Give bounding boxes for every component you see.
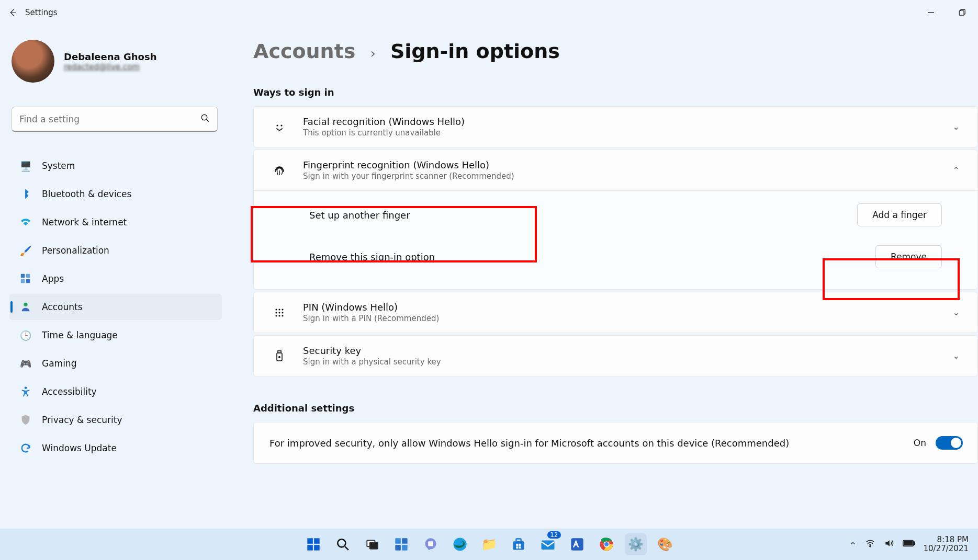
chat-icon [423, 537, 438, 552]
profile-email: redacted@live.com [64, 62, 156, 72]
sidebar-item-privacy[interactable]: Privacy & security [9, 407, 222, 433]
svg-rect-43 [519, 544, 521, 546]
add-finger-button[interactable]: Add a finger [857, 203, 942, 226]
taskbar-explorer[interactable]: 📁 [478, 533, 500, 555]
svg-line-30 [345, 546, 349, 550]
svg-point-11 [276, 124, 278, 126]
window-title: Settings [25, 8, 58, 17]
tray-overflow[interactable] [849, 540, 857, 549]
option-fingerprint-expanded: Set up another finger Add a finger Remov… [253, 191, 978, 290]
sidebar: 🖥️System Bluetooth & devices Network & i… [9, 153, 222, 461]
taskbar: 📁 12 ⚙️ 🎨 8:18 PM 10/27/2021 [0, 529, 978, 560]
option-pin[interactable]: PIN (Windows Hello) Sign in with a PIN (… [253, 292, 978, 333]
setting-hello-only: For improved security, only allow Window… [253, 422, 978, 464]
paintbrush-icon: 🖌️ [20, 245, 31, 256]
profile-block[interactable]: Debaleena Ghosh redacted@live.com [12, 40, 156, 83]
avatar [12, 40, 54, 83]
chevron-up-icon [849, 540, 857, 547]
taskbar-edge[interactable] [449, 533, 471, 555]
option-security-key[interactable]: Security key Sign in with a physical sec… [253, 335, 978, 376]
sidebar-item-label: System [42, 161, 75, 171]
breadcrumb-parent[interactable]: Accounts [253, 40, 355, 63]
battery-icon [903, 539, 915, 547]
chevron-down-icon: ⌄ [953, 351, 963, 361]
fingerprint-icon [272, 164, 287, 177]
breadcrumb: Accounts › Sign-in options [253, 40, 978, 63]
option-fingerprint[interactable]: Fingerprint recognition (Windows Hello) … [253, 150, 978, 191]
tray-volume[interactable] [884, 538, 894, 551]
sidebar-item-personalization[interactable]: 🖌️Personalization [9, 237, 222, 264]
sidebar-item-bluetooth[interactable]: Bluetooth & devices [9, 181, 222, 207]
option-facial[interactable]: Facial recognition (Windows Hello) This … [253, 106, 978, 147]
remove-button[interactable]: Remove [875, 245, 942, 268]
sidebar-item-accessibility[interactable]: Accessibility [9, 379, 222, 405]
mail-icon [540, 536, 556, 552]
sidebar-item-accounts[interactable]: Accounts [9, 294, 222, 320]
sidebar-item-system[interactable]: 🖥️System [9, 153, 222, 179]
taskbar-app-generic[interactable] [566, 533, 588, 555]
svg-rect-40 [513, 541, 524, 550]
toggle-state: On [914, 438, 926, 448]
mail-badge: 12 [547, 531, 560, 539]
sync-icon [20, 442, 31, 454]
taskbar-mail[interactable]: 12 [537, 533, 559, 555]
option-subtitle: Sign in with a physical security key [303, 357, 441, 367]
back-button[interactable] [0, 8, 25, 17]
search-input[interactable] [19, 114, 200, 124]
taskbar-chat[interactable] [420, 533, 442, 555]
minimize-icon [927, 9, 935, 16]
tray-wifi[interactable] [865, 538, 875, 551]
maximize-button[interactable] [947, 0, 978, 25]
tray-clock[interactable]: 8:18 PM 10/27/2021 [924, 535, 969, 554]
minimize-button[interactable] [915, 0, 947, 25]
search-box[interactable] [12, 107, 218, 132]
folder-icon: 📁 [481, 537, 497, 552]
accessibility-icon [20, 386, 31, 397]
sidebar-item-apps[interactable]: Apps [9, 266, 222, 292]
svg-rect-23 [278, 351, 281, 353]
sidebar-item-time[interactable]: 🕒Time & language [9, 322, 222, 348]
taskbar-paint[interactable]: 🎨 [654, 533, 676, 555]
breadcrumb-current: Sign-in options [390, 40, 560, 63]
taskbar-chrome[interactable] [595, 533, 617, 555]
option-subtitle: This option is currently unavailable [303, 128, 465, 138]
sidebar-item-label: Windows Update [42, 443, 117, 453]
taskbar-settings[interactable]: ⚙️ [625, 533, 647, 555]
svg-rect-26 [314, 538, 320, 544]
svg-rect-32 [369, 543, 377, 549]
svg-rect-25 [307, 538, 313, 544]
sidebar-item-network[interactable]: Network & internet [9, 209, 222, 235]
svg-point-10 [25, 386, 27, 389]
option-title: Fingerprint recognition (Windows Hello) [303, 159, 514, 170]
taskbar-search[interactable] [332, 533, 354, 555]
chevron-down-icon: ⌄ [953, 122, 963, 132]
gamepad-icon: 🎮 [20, 358, 31, 369]
svg-rect-28 [314, 545, 320, 551]
svg-point-15 [282, 308, 283, 310]
svg-point-29 [338, 539, 345, 547]
taskbar-taskview[interactable] [361, 533, 383, 555]
option-subtitle: Sign in with your fingerprint scanner (R… [303, 172, 514, 181]
tray-battery[interactable] [903, 539, 915, 550]
sidebar-item-update[interactable]: Windows Update [9, 435, 222, 461]
sidebar-item-label: Bluetooth & devices [42, 189, 131, 199]
volume-icon [884, 538, 894, 548]
svg-rect-54 [904, 541, 912, 545]
clock-globe-icon: 🕒 [20, 330, 31, 341]
chevron-down-icon: ⌄ [953, 307, 963, 317]
toggle-hello-only[interactable] [936, 436, 963, 450]
taskbar-widgets[interactable] [390, 533, 412, 555]
taskbar-store[interactable] [508, 533, 530, 555]
clock-time: 8:18 PM [924, 535, 969, 544]
shield-icon [20, 414, 31, 426]
face-smile-icon [272, 121, 287, 133]
option-title: Security key [303, 345, 441, 356]
remove-signin-label: Remove this sign-in option [272, 252, 435, 262]
keypad-icon [272, 306, 287, 319]
svg-point-17 [278, 312, 280, 313]
app-icon [570, 537, 584, 552]
svg-rect-7 [21, 279, 25, 283]
svg-rect-35 [395, 545, 401, 551]
sidebar-item-gaming[interactable]: 🎮Gaming [9, 350, 222, 376]
taskbar-start[interactable] [302, 533, 324, 555]
